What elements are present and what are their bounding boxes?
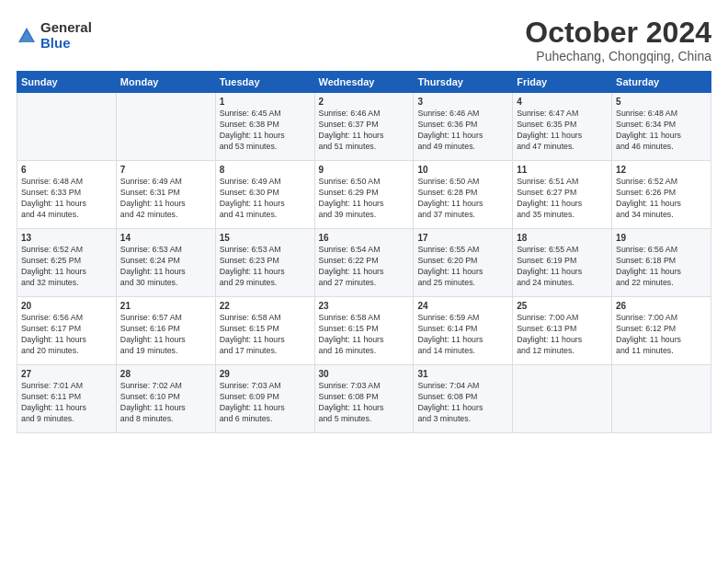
cell-content: Sunrise: 6:55 AM Sunset: 6:19 PM Dayligh… <box>517 245 608 289</box>
calendar-body: 1Sunrise: 6:45 AM Sunset: 6:38 PM Daylig… <box>17 93 711 433</box>
cell-content: Sunrise: 6:49 AM Sunset: 6:31 PM Dayligh… <box>120 177 211 221</box>
calendar-cell: 17Sunrise: 6:55 AM Sunset: 6:20 PM Dayli… <box>414 229 513 297</box>
header-day-friday: Friday <box>513 72 612 93</box>
calendar-cell: 12Sunrise: 6:52 AM Sunset: 6:26 PM Dayli… <box>612 161 711 229</box>
calendar-table: SundayMondayTuesdayWednesdayThursdayFrid… <box>17 71 711 433</box>
calendar-page: General Blue October 2024 Puhechang, Cho… <box>0 0 728 563</box>
cell-content: Sunrise: 6:55 AM Sunset: 6:20 PM Dayligh… <box>417 245 508 289</box>
day-number: 26 <box>616 301 707 311</box>
cell-content: Sunrise: 6:46 AM Sunset: 6:36 PM Dayligh… <box>417 109 508 153</box>
calendar-cell: 7Sunrise: 6:49 AM Sunset: 6:31 PM Daylig… <box>116 161 215 229</box>
day-number: 15 <box>220 233 311 243</box>
logo-text: General Blue <box>40 20 92 51</box>
day-number: 11 <box>517 165 608 175</box>
day-number: 1 <box>220 97 311 107</box>
calendar-cell <box>17 93 117 161</box>
calendar-cell: 21Sunrise: 6:57 AM Sunset: 6:16 PM Dayli… <box>116 297 215 365</box>
header-day-tuesday: Tuesday <box>215 72 314 93</box>
cell-content: Sunrise: 7:03 AM Sunset: 6:08 PM Dayligh… <box>319 381 410 425</box>
cell-content: Sunrise: 6:49 AM Sunset: 6:30 PM Dayligh… <box>220 177 311 221</box>
calendar-cell: 22Sunrise: 6:58 AM Sunset: 6:15 PM Dayli… <box>215 297 314 365</box>
day-number: 23 <box>319 301 410 311</box>
calendar-cell <box>612 365 711 433</box>
cell-content: Sunrise: 6:57 AM Sunset: 6:16 PM Dayligh… <box>120 313 211 357</box>
calendar-cell: 31Sunrise: 7:04 AM Sunset: 6:08 PM Dayli… <box>414 365 513 433</box>
calendar-header: SundayMondayTuesdayWednesdayThursdayFrid… <box>17 72 711 93</box>
calendar-cell: 26Sunrise: 7:00 AM Sunset: 6:12 PM Dayli… <box>612 297 711 365</box>
calendar-cell: 23Sunrise: 6:58 AM Sunset: 6:15 PM Dayli… <box>314 297 414 365</box>
cell-content: Sunrise: 6:48 AM Sunset: 6:33 PM Dayligh… <box>21 177 112 221</box>
calendar-cell: 24Sunrise: 6:59 AM Sunset: 6:14 PM Dayli… <box>414 297 513 365</box>
day-number: 2 <box>319 97 410 107</box>
day-number: 6 <box>21 165 112 175</box>
calendar-cell: 13Sunrise: 6:52 AM Sunset: 6:25 PM Dayli… <box>17 229 117 297</box>
calendar-cell: 27Sunrise: 7:01 AM Sunset: 6:11 PM Dayli… <box>17 365 117 433</box>
header-day-sunday: Sunday <box>17 72 117 93</box>
cell-content: Sunrise: 6:45 AM Sunset: 6:38 PM Dayligh… <box>220 109 311 153</box>
week-row-4: 20Sunrise: 6:56 AM Sunset: 6:17 PM Dayli… <box>17 297 711 365</box>
day-number: 3 <box>417 97 508 107</box>
day-number: 10 <box>417 165 508 175</box>
logo-general: General <box>40 20 92 36</box>
header: General Blue October 2024 Puhechang, Cho… <box>17 17 711 63</box>
cell-content: Sunrise: 7:01 AM Sunset: 6:11 PM Dayligh… <box>21 381 112 425</box>
day-number: 31 <box>417 369 508 379</box>
week-row-3: 13Sunrise: 6:52 AM Sunset: 6:25 PM Dayli… <box>17 229 711 297</box>
day-number: 20 <box>21 301 112 311</box>
day-number: 27 <box>21 369 112 379</box>
calendar-cell: 19Sunrise: 6:56 AM Sunset: 6:18 PM Dayli… <box>612 229 711 297</box>
calendar-cell <box>116 93 215 161</box>
day-number: 19 <box>616 233 707 243</box>
calendar-cell: 2Sunrise: 6:46 AM Sunset: 6:37 PM Daylig… <box>314 93 414 161</box>
cell-content: Sunrise: 6:52 AM Sunset: 6:25 PM Dayligh… <box>21 245 112 289</box>
cell-content: Sunrise: 6:52 AM Sunset: 6:26 PM Dayligh… <box>616 177 707 221</box>
logo-blue: Blue <box>40 36 92 52</box>
day-number: 5 <box>616 97 707 107</box>
week-row-5: 27Sunrise: 7:01 AM Sunset: 6:11 PM Dayli… <box>17 365 711 433</box>
cell-content: Sunrise: 6:47 AM Sunset: 6:35 PM Dayligh… <box>517 109 608 153</box>
cell-content: Sunrise: 6:58 AM Sunset: 6:15 PM Dayligh… <box>220 313 311 357</box>
cell-content: Sunrise: 6:58 AM Sunset: 6:15 PM Dayligh… <box>319 313 410 357</box>
cell-content: Sunrise: 6:56 AM Sunset: 6:17 PM Dayligh… <box>21 313 112 357</box>
cell-content: Sunrise: 6:59 AM Sunset: 6:14 PM Dayligh… <box>417 313 508 357</box>
cell-content: Sunrise: 6:53 AM Sunset: 6:23 PM Dayligh… <box>220 245 311 289</box>
cell-content: Sunrise: 7:02 AM Sunset: 6:10 PM Dayligh… <box>120 381 211 425</box>
day-number: 25 <box>517 301 608 311</box>
day-number: 22 <box>220 301 311 311</box>
cell-content: Sunrise: 6:50 AM Sunset: 6:28 PM Dayligh… <box>417 177 508 221</box>
calendar-cell: 9Sunrise: 6:50 AM Sunset: 6:29 PM Daylig… <box>314 161 414 229</box>
calendar-cell: 15Sunrise: 6:53 AM Sunset: 6:23 PM Dayli… <box>215 229 314 297</box>
day-number: 24 <box>417 301 508 311</box>
month-title: October 2024 <box>525 17 711 49</box>
calendar-cell: 16Sunrise: 6:54 AM Sunset: 6:22 PM Dayli… <box>314 229 414 297</box>
calendar-cell: 30Sunrise: 7:03 AM Sunset: 6:08 PM Dayli… <box>314 365 414 433</box>
calendar-cell: 3Sunrise: 6:46 AM Sunset: 6:36 PM Daylig… <box>414 93 513 161</box>
day-number: 9 <box>319 165 410 175</box>
week-row-2: 6Sunrise: 6:48 AM Sunset: 6:33 PM Daylig… <box>17 161 711 229</box>
day-number: 28 <box>120 369 211 379</box>
day-number: 29 <box>220 369 311 379</box>
calendar-cell: 1Sunrise: 6:45 AM Sunset: 6:38 PM Daylig… <box>215 93 314 161</box>
logo: General Blue <box>17 20 92 51</box>
header-day-saturday: Saturday <box>612 72 711 93</box>
day-number: 21 <box>120 301 211 311</box>
calendar-cell: 29Sunrise: 7:03 AM Sunset: 6:09 PM Dayli… <box>215 365 314 433</box>
day-number: 13 <box>21 233 112 243</box>
cell-content: Sunrise: 6:56 AM Sunset: 6:18 PM Dayligh… <box>616 245 707 289</box>
cell-content: Sunrise: 6:48 AM Sunset: 6:34 PM Dayligh… <box>616 109 707 153</box>
calendar-cell <box>513 365 612 433</box>
calendar-cell: 4Sunrise: 6:47 AM Sunset: 6:35 PM Daylig… <box>513 93 612 161</box>
cell-content: Sunrise: 7:04 AM Sunset: 6:08 PM Dayligh… <box>417 381 508 425</box>
title-block: October 2024 Puhechang, Chongqing, China <box>525 17 711 63</box>
logo-icon <box>17 26 37 46</box>
day-number: 12 <box>616 165 707 175</box>
day-number: 4 <box>517 97 608 107</box>
header-row: SundayMondayTuesdayWednesdayThursdayFrid… <box>17 72 711 93</box>
week-row-1: 1Sunrise: 6:45 AM Sunset: 6:38 PM Daylig… <box>17 93 711 161</box>
cell-content: Sunrise: 7:03 AM Sunset: 6:09 PM Dayligh… <box>220 381 311 425</box>
day-number: 17 <box>417 233 508 243</box>
header-day-monday: Monday <box>116 72 215 93</box>
cell-content: Sunrise: 6:54 AM Sunset: 6:22 PM Dayligh… <box>319 245 410 289</box>
calendar-cell: 8Sunrise: 6:49 AM Sunset: 6:30 PM Daylig… <box>215 161 314 229</box>
calendar-cell: 28Sunrise: 7:02 AM Sunset: 6:10 PM Dayli… <box>116 365 215 433</box>
